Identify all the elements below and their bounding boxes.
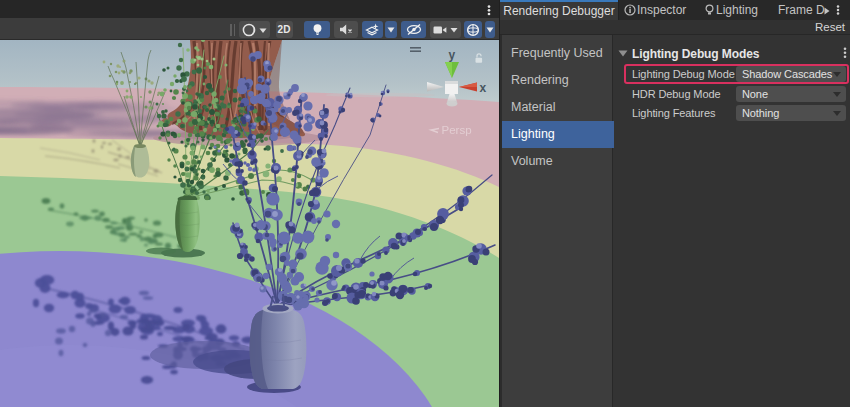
svg-text:x: x: [480, 81, 487, 95]
svg-text:Persp: Persp: [442, 124, 472, 136]
svg-text:y: y: [449, 48, 456, 62]
